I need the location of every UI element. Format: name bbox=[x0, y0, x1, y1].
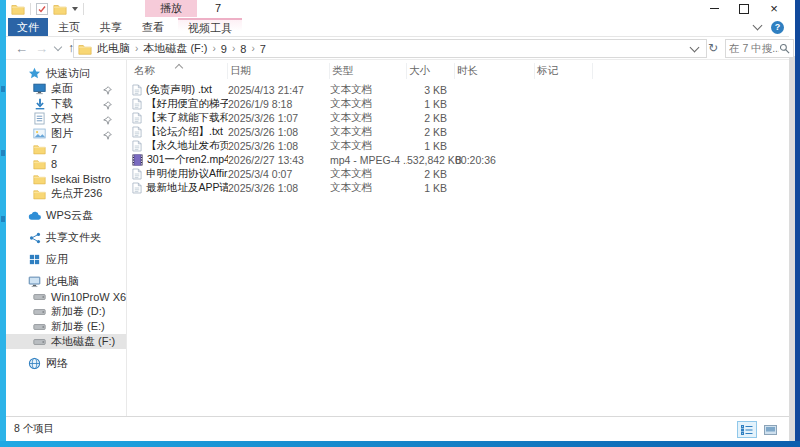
address-bar-row: ← → ↑ 此电脑›本地磁盘 (F:)›9›8›7 ↻ 在 7 中搜... bbox=[6, 37, 789, 60]
text-file-icon bbox=[132, 98, 142, 110]
column-header-duration[interactable]: 时长 bbox=[455, 63, 535, 79]
breadcrumb-item[interactable]: 7 bbox=[257, 43, 269, 55]
sidebar-item[interactable]: 先点开236 bbox=[6, 186, 126, 201]
sidebar-item-shared-folders[interactable]: 共享文件夹 bbox=[6, 230, 126, 245]
file-row[interactable]: 最新地址及APP请...2025/3/26 1:08文本文档1 KB bbox=[132, 181, 789, 195]
checkmark-icon[interactable] bbox=[36, 3, 48, 15]
file-row[interactable]: 301一个ren2.mp42026/2/27 13:43mp4 - MPEG-4… bbox=[132, 153, 789, 167]
file-row[interactable]: 【好用便宜的梯子...2026/1/9 8:18文本文档1 KB bbox=[132, 97, 789, 111]
minimize-button[interactable] bbox=[699, 0, 729, 17]
sidebar-item-label: 新加卷 (D:) bbox=[51, 304, 105, 319]
sidebar-item-network[interactable]: 网络 bbox=[6, 356, 126, 371]
file-name[interactable]: 【来了就能下载和... bbox=[132, 111, 228, 125]
file-list-pane: 名称 日期 类型 大小 时长 标记 (免责声明) .txt2025/4/13 2… bbox=[127, 60, 789, 416]
desktop-icon bbox=[33, 82, 46, 95]
sidebar-item-this-pc[interactable]: 此电脑 bbox=[6, 274, 126, 289]
file-row[interactable]: 【永久地址发布页...2025/3/26 1:08文本文档1 KB bbox=[132, 139, 789, 153]
file-date: 2026/1/9 8:18 bbox=[228, 98, 330, 110]
tab-video-tools[interactable]: 视频工具 bbox=[178, 18, 242, 36]
breadcrumb-item[interactable]: 9 bbox=[218, 43, 230, 55]
background-artifact bbox=[1, 150, 5, 156]
contextual-tab-play[interactable]: 播放 bbox=[145, 0, 197, 17]
address-folder-icon bbox=[78, 43, 92, 55]
sidebar-item[interactable]: 下载 bbox=[6, 96, 126, 111]
thumbnail-view-icon[interactable] bbox=[760, 421, 780, 438]
breadcrumb-separator-icon[interactable]: › bbox=[249, 43, 256, 54]
help-icon[interactable]: ? bbox=[771, 21, 784, 34]
file-name[interactable]: 【好用便宜的梯子... bbox=[132, 97, 228, 111]
search-input[interactable]: 在 7 中搜... bbox=[725, 39, 794, 58]
column-header-date[interactable]: 日期 bbox=[228, 63, 330, 79]
folder-icon[interactable] bbox=[11, 3, 25, 15]
sidebar-item-apps[interactable]: 应用 bbox=[6, 252, 126, 267]
sidebar-section-wps-cloud: WPS云盘 bbox=[6, 208, 126, 223]
address-dropdown-chevron-icon[interactable] bbox=[690, 42, 700, 52]
collapse-ribbon-chevron-icon[interactable] bbox=[753, 21, 763, 31]
star-icon bbox=[28, 67, 41, 80]
file-name[interactable]: 申明使用协议Affir... bbox=[132, 167, 228, 181]
tab-share[interactable]: 共享 bbox=[90, 18, 132, 36]
apps-icon bbox=[28, 253, 41, 266]
breadcrumb-item[interactable]: 此电脑 bbox=[94, 41, 133, 56]
tab-home[interactable]: 主页 bbox=[48, 18, 90, 36]
sidebar-item-wps-cloud[interactable]: WPS云盘 bbox=[6, 208, 126, 223]
item-count-label: 8 个项目 bbox=[14, 422, 54, 436]
file-row[interactable]: (免责声明) .txt2025/4/13 21:47文本文档3 KB bbox=[132, 83, 789, 97]
screen: 播放 7 × 文件 主页 共享 查看 视频工具 ? ← → bbox=[0, 0, 800, 447]
sidebar-item-label: Isekai Bistro bbox=[51, 173, 111, 185]
column-header-name[interactable]: 名称 bbox=[132, 63, 228, 79]
breadcrumb: 此电脑›本地磁盘 (F:)›9›8›7 bbox=[94, 41, 269, 56]
file-name[interactable]: 301一个ren2.mp4 bbox=[132, 153, 228, 167]
file-type: 文本文档 bbox=[330, 83, 407, 97]
file-type: 文本文档 bbox=[330, 167, 407, 181]
details-view-icon[interactable] bbox=[737, 421, 757, 438]
sidebar-item[interactable]: 图片 bbox=[6, 126, 126, 141]
window-title: 7 bbox=[215, 2, 221, 14]
breadcrumb-separator-icon[interactable]: › bbox=[133, 43, 140, 54]
breadcrumb-separator-icon[interactable]: › bbox=[211, 43, 218, 54]
share-icon bbox=[28, 231, 41, 244]
file-name[interactable]: 【论坛介绍】.txt bbox=[132, 125, 228, 139]
column-header-size[interactable]: 大小 bbox=[407, 63, 455, 79]
refresh-icon[interactable]: ↻ bbox=[708, 41, 718, 55]
file-row[interactable]: 【来了就能下载和...2025/3/26 1:07文本文档2 KB bbox=[132, 111, 789, 125]
toolbar-dropdown-icon[interactable] bbox=[72, 7, 78, 11]
column-header-tags[interactable]: 标记 bbox=[535, 63, 593, 79]
sidebar-item[interactable]: 新加卷 (D:) bbox=[6, 304, 126, 319]
file-name[interactable]: (免责声明) .txt bbox=[132, 83, 228, 97]
file-name[interactable]: 【永久地址发布页... bbox=[132, 139, 228, 153]
sidebar-item[interactable]: 本地磁盘 (F:) bbox=[6, 334, 126, 349]
taskbar-top-edge bbox=[0, 441, 800, 447]
recent-locations-chevron-icon[interactable] bbox=[54, 43, 62, 51]
sidebar-item[interactable]: Win10ProW X64 (C:) bbox=[6, 289, 126, 304]
file-name[interactable]: 最新地址及APP请... bbox=[132, 181, 228, 195]
sidebar-item-quick-access[interactable]: 快速访问 bbox=[6, 66, 126, 81]
breadcrumb-item[interactable]: 8 bbox=[237, 43, 249, 55]
tab-file[interactable]: 文件 bbox=[8, 18, 48, 36]
file-type: 文本文档 bbox=[330, 111, 407, 125]
file-date: 2025/3/4 0:07 bbox=[228, 168, 330, 180]
cloud-icon bbox=[28, 209, 41, 222]
forward-button[interactable]: → bbox=[35, 41, 48, 56]
sidebar-item[interactable]: 8 bbox=[6, 156, 126, 171]
sidebar-item[interactable]: 新加卷 (E:) bbox=[6, 319, 126, 334]
sidebar-item[interactable]: 桌面 bbox=[6, 81, 126, 96]
sidebar-item[interactable]: Isekai Bistro bbox=[6, 171, 126, 186]
search-icon[interactable] bbox=[779, 43, 790, 54]
address-bar[interactable]: 此电脑›本地磁盘 (F:)›9›8›7 bbox=[73, 39, 707, 58]
folder-icon[interactable] bbox=[53, 3, 67, 15]
quick-access-toolbar bbox=[6, 0, 84, 18]
column-header-type[interactable]: 类型 bbox=[330, 63, 407, 79]
back-button[interactable]: ← bbox=[15, 41, 28, 56]
background-window-scrollbar bbox=[789, 56, 795, 441]
file-size: 2 KB bbox=[407, 126, 455, 138]
file-row[interactable]: 【论坛介绍】.txt2025/3/26 1:08文本文档2 KB bbox=[132, 125, 789, 139]
breadcrumb-separator-icon[interactable]: › bbox=[230, 43, 237, 54]
close-button[interactable]: × bbox=[759, 0, 789, 17]
tab-view[interactable]: 查看 bbox=[132, 18, 174, 36]
sidebar-item[interactable]: 7 bbox=[6, 141, 126, 156]
sidebar-item[interactable]: 文档 bbox=[6, 111, 126, 126]
breadcrumb-item[interactable]: 本地磁盘 (F:) bbox=[140, 41, 210, 56]
maximize-button[interactable] bbox=[729, 0, 759, 17]
file-row[interactable]: 申明使用协议Affir...2025/3/4 0:07文本文档2 KB bbox=[132, 167, 789, 181]
